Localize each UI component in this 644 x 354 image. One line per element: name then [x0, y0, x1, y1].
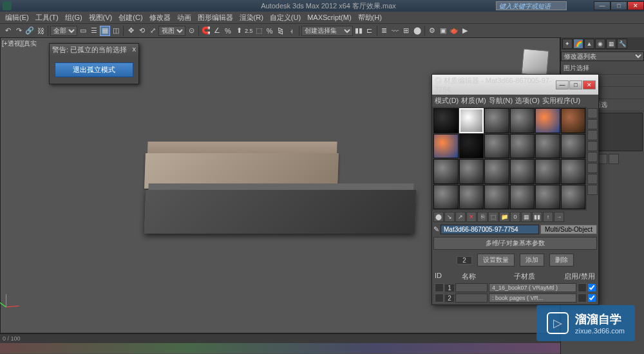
- selection-filter-dropdown[interactable]: 全部: [50, 26, 77, 36]
- menu-help[interactable]: 帮助(H): [355, 13, 384, 23]
- hierarchy-tab-icon[interactable]: ▲: [584, 39, 594, 49]
- mirror-icon[interactable]: ⧎: [276, 26, 286, 36]
- menu-customize[interactable]: 自定义(U): [267, 13, 303, 23]
- create-tab-icon[interactable]: ✦: [562, 39, 573, 49]
- assign-icon[interactable]: ↗: [455, 212, 466, 222]
- mat-menu-options[interactable]: 选项(O): [515, 96, 540, 106]
- sample-slot[interactable]: [459, 134, 484, 159]
- sample-slot[interactable]: [433, 108, 459, 133]
- undo-icon[interactable]: ↶: [3, 26, 13, 36]
- align2-icon[interactable]: ⊏: [365, 26, 375, 36]
- menu-edit[interactable]: 编辑(E): [3, 13, 32, 23]
- mat-menu-nav[interactable]: 导航(N): [489, 96, 513, 106]
- sample-slot[interactable]: [510, 185, 535, 210]
- row-id[interactable]: 2: [445, 295, 454, 302]
- mat-close-button[interactable]: ✕: [583, 80, 596, 89]
- select-icon[interactable]: ▭: [78, 26, 88, 36]
- show-end-result-icon[interactable]: ▮▮: [532, 212, 542, 222]
- backlight-icon[interactable]: [587, 119, 598, 129]
- sample-slot[interactable]: [459, 185, 484, 210]
- video-check-icon[interactable]: [587, 152, 598, 162]
- make-unique-icon[interactable]: ⬚: [488, 212, 498, 222]
- ref-coord-dropdown[interactable]: 视图: [158, 26, 185, 36]
- put-library-icon[interactable]: 📁: [499, 212, 509, 222]
- sample-slot[interactable]: [535, 159, 560, 184]
- named-sel-dropdown[interactable]: 创建选择集: [301, 26, 353, 36]
- sample-type-icon[interactable]: [587, 108, 598, 118]
- render-setup-icon[interactable]: ⚙: [427, 26, 437, 36]
- go-sibling-icon[interactable]: →: [554, 212, 564, 222]
- sample-slot[interactable]: [433, 159, 459, 184]
- menu-create[interactable]: 创建(C): [116, 13, 145, 23]
- minimize-button[interactable]: —: [594, 1, 611, 10]
- sub-count-input[interactable]: [457, 256, 472, 265]
- select-region-icon[interactable]: ▦: [100, 26, 110, 36]
- sample-slot[interactable]: [484, 185, 509, 210]
- row-enable-checkbox[interactable]: [588, 294, 596, 302]
- row-sub-button[interactable]: 4_16_book07 ( VRayMtl ): [489, 283, 576, 292]
- sample-slot[interactable]: [535, 134, 560, 159]
- mat-menu-util[interactable]: 实用程序(U): [542, 96, 580, 106]
- sample-slot[interactable]: [535, 108, 560, 133]
- swatch-icon[interactable]: [435, 293, 444, 303]
- get-material-icon[interactable]: ⬤: [433, 212, 444, 222]
- rotate-icon[interactable]: ⟲: [137, 26, 147, 36]
- time-slider[interactable]: 0 / 100: [0, 334, 560, 343]
- row-sub-button[interactable]: : book pages ( VR...: [489, 293, 576, 303]
- modify-tab-icon[interactable]: 🌈: [573, 39, 583, 49]
- swatch-icon[interactable]: [435, 283, 444, 292]
- delete-button[interactable]: 删除: [549, 254, 574, 266]
- sample-slot[interactable]: [535, 185, 560, 210]
- schematic-icon[interactable]: ⊞: [401, 26, 412, 36]
- sample-slot[interactable]: [561, 159, 586, 184]
- put-to-scene-icon[interactable]: ↘: [444, 212, 455, 222]
- pivot-icon[interactable]: ⊙: [186, 26, 196, 36]
- mat-id-icon[interactable]: 0: [510, 212, 520, 222]
- menu-render[interactable]: 渲染(R): [237, 13, 266, 23]
- menu-group[interactable]: 组(G): [62, 13, 85, 23]
- config-icon[interactable]: [609, 154, 619, 164]
- mat-menu-material[interactable]: 材质(M): [461, 96, 486, 106]
- modifier-list-dropdown[interactable]: 修改器列表: [561, 51, 644, 61]
- layers-icon[interactable]: ≣: [379, 26, 390, 36]
- sample-slot-selected[interactable]: [459, 108, 484, 133]
- sample-slot[interactable]: [433, 134, 459, 159]
- render-icon[interactable]: 🫖: [449, 26, 459, 36]
- background-icon[interactable]: [587, 130, 598, 140]
- menu-tools[interactable]: 工具(T): [33, 13, 61, 23]
- sample-slot[interactable]: [561, 185, 586, 210]
- options-icon[interactable]: [587, 174, 598, 184]
- make-preview-icon[interactable]: [587, 163, 598, 173]
- go-parent-icon[interactable]: ↑: [543, 212, 553, 222]
- sample-slot[interactable]: [561, 134, 586, 159]
- select-by-mat-icon[interactable]: [587, 185, 598, 195]
- menu-modifiers[interactable]: 修改器: [147, 13, 173, 23]
- utilities-tab-icon[interactable]: 🔧: [617, 39, 627, 49]
- menu-animation[interactable]: 动画: [175, 13, 194, 23]
- link-icon[interactable]: 🔗: [24, 26, 35, 36]
- mirror2-icon[interactable]: ▮▮: [354, 26, 364, 36]
- reset-icon[interactable]: ✕: [466, 212, 477, 222]
- sample-slot[interactable]: [484, 159, 509, 184]
- material-editor-icon[interactable]: ⬤: [412, 26, 422, 36]
- render-frame-icon[interactable]: ▣: [438, 26, 448, 36]
- sample-slot[interactable]: [510, 108, 535, 133]
- viewcube[interactable]: [521, 48, 549, 76]
- curve-editor-icon[interactable]: 〰: [390, 26, 401, 36]
- sample-slot[interactable]: [459, 159, 484, 184]
- spinner-snap-icon[interactable]: ⬆: [234, 26, 244, 36]
- maximize-button[interactable]: □: [611, 1, 627, 10]
- angle-snap-icon[interactable]: ∠: [212, 26, 222, 36]
- row-id[interactable]: 1: [445, 284, 454, 292]
- track-bar[interactable]: [0, 343, 560, 353]
- material-type-button[interactable]: Multi/Sub-Object: [540, 225, 597, 234]
- add-button[interactable]: 添加: [520, 254, 544, 266]
- align-icon[interactable]: ⫞: [287, 26, 297, 36]
- mat-menu-mode[interactable]: 模式(D): [435, 96, 459, 106]
- menu-view[interactable]: 视图(V): [86, 13, 115, 23]
- sample-uv-icon[interactable]: [587, 141, 598, 151]
- percent-snap-icon[interactable]: %: [223, 26, 233, 36]
- pick-material-icon[interactable]: ✎: [433, 225, 439, 234]
- viewport-label[interactable]: [+透视][真实: [2, 39, 37, 48]
- redo-icon[interactable]: ↷: [14, 26, 24, 36]
